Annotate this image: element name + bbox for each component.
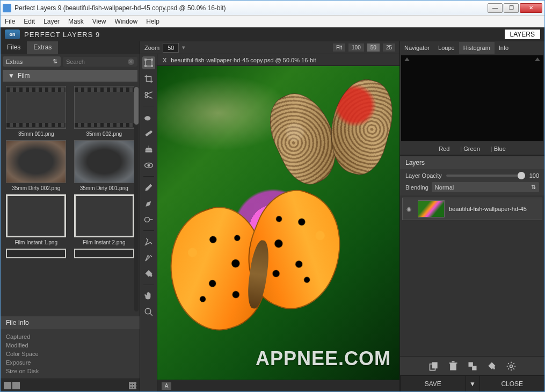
thumb-preview — [6, 140, 66, 183]
zoom-50[interactable]: 50 — [367, 43, 380, 52]
canvas[interactable]: APPNEE.COM — [157, 66, 399, 380]
file-info-panel: File Info Captured Modified Color Space … — [1, 316, 140, 379]
zoom-100[interactable]: 100 — [348, 43, 364, 52]
heal-tool[interactable] — [142, 127, 155, 140]
section-film[interactable]: ▼ Film — [3, 70, 137, 82]
menu-layer[interactable]: Layer — [43, 18, 60, 25]
menu-view[interactable]: View — [92, 18, 106, 25]
thumb-preview — [6, 86, 66, 129]
hand-tool[interactable] — [142, 289, 155, 302]
thumb-preview — [74, 249, 134, 258]
menu-help[interactable]: Help — [146, 18, 159, 25]
scrollbar-handle[interactable] — [134, 87, 139, 125]
svg-point-10 — [147, 164, 150, 167]
close-window-button[interactable]: ✕ — [520, 3, 542, 13]
color-fill-layer-icon[interactable] — [486, 360, 498, 372]
document-title: beautiful-fish-wallpaper-hd-45 copy.psd … — [171, 57, 316, 63]
transform-tool[interactable] — [142, 56, 155, 69]
shadow-clip-icon[interactable] — [404, 57, 410, 61]
thumb-label: Film Instant 1.png — [15, 239, 57, 245]
tab-loupe[interactable]: Loupe — [434, 42, 459, 54]
thumb-item[interactable]: 35mm Dirty 002.png — [4, 140, 69, 191]
view-grid-icon[interactable] — [129, 382, 136, 389]
save-menu-icon[interactable]: ▼ — [466, 376, 479, 391]
tab-info[interactable]: Info — [495, 42, 513, 54]
opacity-slider[interactable] — [446, 175, 525, 177]
merge-layer-icon[interactable] — [467, 360, 478, 372]
brand-logo: on — [5, 30, 20, 39]
svg-rect-14 — [432, 362, 437, 368]
blending-select[interactable]: Normal ⇅ — [432, 182, 539, 192]
thumb-item[interactable]: 35mm 001.png — [4, 86, 69, 137]
visibility-icon[interactable]: ◉ — [405, 206, 413, 213]
main-area: Files Extras Extras ⇅ Search ✕ ▼ Film 3 — [1, 41, 544, 391]
trim-tool[interactable] — [142, 89, 155, 101]
refine-brush-tool[interactable] — [142, 197, 155, 210]
channel-green[interactable]: Green — [460, 146, 480, 152]
right-panel: Navigator Loupe Histogram Info Red Green… — [399, 41, 544, 391]
view-columns-icon[interactable] — [4, 382, 11, 389]
menu-file[interactable]: File — [5, 18, 15, 25]
menu-window[interactable]: Window — [115, 18, 138, 25]
channel-red[interactable]: Red — [439, 146, 449, 152]
tab-files[interactable]: Files — [1, 41, 27, 54]
view-columns-icon[interactable] — [12, 382, 20, 389]
titlebar[interactable]: Perfect Layers 9 (beautiful-fish-wallpap… — [1, 1, 544, 16]
compare-mode-icon[interactable]: A — [162, 382, 171, 390]
duplicate-layer-icon[interactable] — [428, 360, 440, 372]
zoom-tool[interactable] — [142, 306, 155, 318]
menu-mask[interactable]: Mask — [68, 18, 84, 25]
minimize-button[interactable]: — — [488, 3, 503, 13]
thumb-item[interactable]: 35mm Dirty 001.png — [72, 140, 137, 191]
thumb-label: 35mm Dirty 002.png — [12, 185, 60, 191]
search-input[interactable]: Search ✕ — [63, 57, 137, 67]
red-eye-tool[interactable] — [142, 159, 155, 172]
svg-point-18 — [510, 365, 512, 367]
chisel-tool[interactable] — [142, 235, 155, 248]
channel-blue[interactable]: Blue — [491, 146, 506, 152]
color-fill-tool[interactable] — [142, 267, 155, 280]
layers-title: Layers — [400, 156, 544, 169]
thumb-item[interactable]: 35mm 002.png — [72, 86, 137, 137]
mask-bucket-tool[interactable] — [142, 213, 155, 226]
close-document-icon[interactable]: X — [163, 57, 166, 63]
extras-filter-select[interactable]: Extras ⇅ — [3, 56, 61, 67]
zoom-fit[interactable]: Fit — [333, 43, 345, 52]
thumb-item[interactable]: Film Instant 2.png — [72, 194, 137, 245]
tab-histogram[interactable]: Histogram — [459, 42, 495, 54]
document-tab[interactable]: X beautiful-fish-wallpaper-hd-45 copy.ps… — [157, 54, 399, 66]
zoom-stepper-icon[interactable]: ▾ — [182, 44, 185, 51]
zoom-value[interactable]: 50 — [163, 43, 179, 53]
toolstrip — [140, 54, 157, 391]
close-button[interactable]: CLOSE — [479, 376, 545, 391]
channel-row: Red Green Blue — [400, 142, 544, 155]
maximize-button[interactable]: ❐ — [504, 3, 519, 13]
file-info-row: Modified — [6, 341, 134, 350]
gear-icon[interactable] — [505, 360, 517, 372]
chevron-updown-icon: ⇅ — [53, 58, 57, 65]
tab-extras[interactable]: Extras — [27, 41, 58, 54]
thumb-item[interactable]: Film Instant 1.png — [4, 194, 69, 245]
tab-navigator[interactable]: Navigator — [400, 42, 434, 54]
slider-knob[interactable] — [518, 172, 525, 179]
opacity-value: 100 — [529, 172, 539, 179]
highlight-clip-icon[interactable] — [535, 57, 540, 61]
menu-edit[interactable]: Edit — [24, 18, 35, 25]
clear-search-icon[interactable]: ✕ — [128, 59, 134, 65]
clone-stamp-tool[interactable] — [142, 143, 155, 156]
layers-mode-button[interactable]: LAYERS — [505, 30, 540, 39]
zoom-25[interactable]: 25 — [383, 43, 395, 52]
layer-item[interactable]: ◉ beautiful-fish-wallpaper-hd-45 — [402, 198, 542, 220]
thumbs-scrollbar[interactable] — [134, 87, 139, 311]
blending-label: Blending — [405, 184, 428, 191]
crop-tool[interactable] — [142, 72, 155, 85]
blur-tool[interactable] — [142, 251, 155, 264]
thumb-item[interactable] — [4, 249, 69, 258]
save-button[interactable]: SAVE — [400, 376, 466, 391]
brush-tool[interactable] — [142, 111, 155, 124]
brand-title: PERFECT LAYERS 9 — [24, 31, 505, 39]
thumb-item[interactable] — [72, 249, 137, 258]
delete-layer-icon[interactable] — [447, 360, 459, 372]
canvas-wrap: X beautiful-fish-wallpaper-hd-45 copy.ps… — [157, 54, 399, 391]
mask-brush-tool[interactable] — [142, 181, 155, 194]
